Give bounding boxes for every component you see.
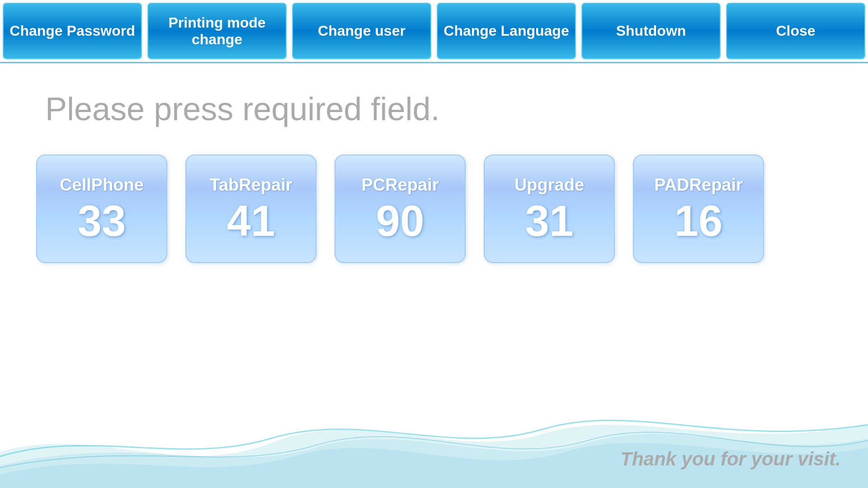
bottom-decoration xyxy=(0,398,868,488)
btn-shutdown[interactable]: Shutdown xyxy=(581,3,721,59)
main-content: Please press required field. CellPhone33… xyxy=(0,63,868,277)
card-cellphone[interactable]: CellPhone33 xyxy=(36,155,167,263)
prompt-text: Please press required field. xyxy=(27,90,841,127)
card-label-cellphone: CellPhone xyxy=(60,175,144,195)
card-label-pcrepair: PCRepair xyxy=(361,175,439,195)
card-number-pcrepair: 90 xyxy=(376,199,425,243)
cards-row: CellPhone33TabRepair41PCRepair90Upgrade3… xyxy=(27,155,841,263)
card-upgrade[interactable]: Upgrade31 xyxy=(484,155,615,263)
btn-change-password[interactable]: Change Password xyxy=(3,3,142,59)
card-label-tabrepair: TabRepair xyxy=(209,175,292,195)
btn-change-language[interactable]: Change Language xyxy=(437,3,576,59)
top-bar: Change PasswordPrinting mode changeChang… xyxy=(0,0,868,63)
btn-change-user[interactable]: Change user xyxy=(292,3,431,59)
card-number-tabrepair: 41 xyxy=(227,199,275,243)
card-number-padrepair: 16 xyxy=(675,199,723,243)
card-label-upgrade: Upgrade xyxy=(514,175,584,195)
card-padrepair[interactable]: PADRepair16 xyxy=(633,155,764,263)
card-number-cellphone: 33 xyxy=(78,199,126,243)
btn-printing-mode-change[interactable]: Printing mode change xyxy=(147,3,287,59)
thank-you-text: Thank you for your visit. xyxy=(620,448,841,470)
btn-close[interactable]: Close xyxy=(726,3,865,59)
card-label-padrepair: PADRepair xyxy=(654,175,743,195)
card-number-upgrade: 31 xyxy=(525,199,574,243)
card-pcrepair[interactable]: PCRepair90 xyxy=(335,155,466,263)
card-tabrepair[interactable]: TabRepair41 xyxy=(185,155,316,263)
